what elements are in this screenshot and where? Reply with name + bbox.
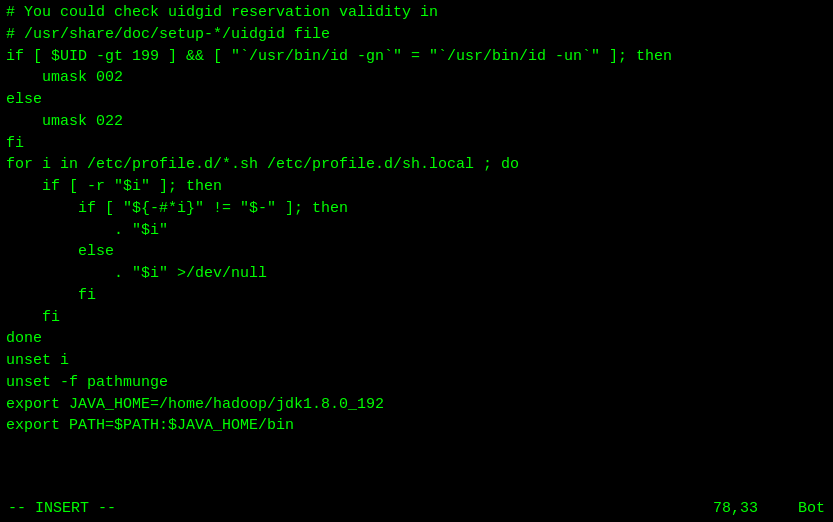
code-line: # You could check uidgid reservation val… <box>6 2 827 24</box>
code-line: if [ -r "$i" ]; then <box>6 176 827 198</box>
code-line: . "$i" >/dev/null <box>6 263 827 285</box>
code-area[interactable]: # You could check uidgid reservation val… <box>0 0 833 494</box>
cursor-position: 78,33 <box>713 500 758 517</box>
code-line: umask 002 <box>6 67 827 89</box>
status-right: 78,33 Bot <box>713 500 825 517</box>
code-line: if [ "${-#*i}" != "$-" ]; then <box>6 198 827 220</box>
scroll-position: Bot <box>798 500 825 517</box>
code-line: fi <box>6 307 827 329</box>
code-line: for i in /etc/profile.d/*.sh /etc/profil… <box>6 154 827 176</box>
status-mode: -- INSERT -- <box>8 500 116 517</box>
code-line: # /usr/share/doc/setup-*/uidgid file <box>6 24 827 46</box>
code-line: fi <box>6 133 827 155</box>
code-line: unset i <box>6 350 827 372</box>
code-line: export JAVA_HOME=/home/hadoop/jdk1.8.0_1… <box>6 394 827 416</box>
code-line: umask 022 <box>6 111 827 133</box>
code-line: fi <box>6 285 827 307</box>
insert-mode-label: -- INSERT -- <box>8 500 116 517</box>
code-line: else <box>6 241 827 263</box>
editor-container: # You could check uidgid reservation val… <box>0 0 833 522</box>
code-line: export PATH=$PATH:$JAVA_HOME/bin <box>6 415 827 437</box>
code-line: unset -f pathmunge <box>6 372 827 394</box>
code-line: . "$i" <box>6 220 827 242</box>
code-line: else <box>6 89 827 111</box>
status-bar: -- INSERT -- 78,33 Bot <box>0 494 833 522</box>
code-line: done <box>6 328 827 350</box>
code-line: if [ $UID -gt 199 ] && [ "`/usr/bin/id -… <box>6 46 827 68</box>
